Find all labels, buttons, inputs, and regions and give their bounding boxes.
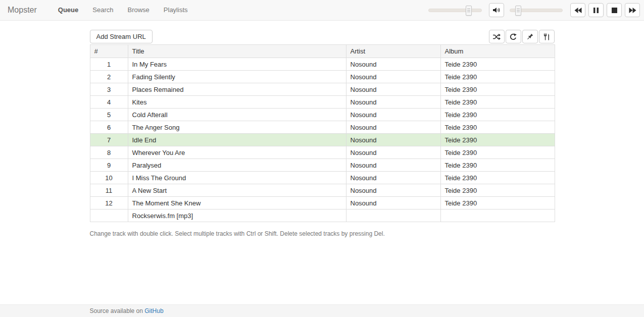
cell-album: Teide 2390 [440,197,555,209]
cell-album: Teide 2390 [440,184,555,197]
column-header-album[interactable]: Album [440,45,555,58]
seek-slider-handle[interactable] [515,6,521,16]
table-header-row: # Title Artist Album [90,45,555,58]
table-row[interactable]: 10I Miss The GroundNosoundTeide 2390 [90,172,555,184]
cell-artist: Nosound [346,96,440,109]
cell-title: Fading Silently [128,71,346,83]
table-row[interactable]: 12The Moment She KnewNosoundTeide 2390 [90,197,555,209]
volume-slider[interactable] [428,9,482,12]
volume-slider-handle[interactable] [466,6,472,16]
cell-number: 4 [90,96,128,109]
cell-number: 10 [90,172,128,184]
cell-album: Teide 2390 [440,121,555,134]
mode-buttons [489,30,555,43]
table-row[interactable]: 6The Anger SongNosoundTeide 2390 [90,121,555,134]
cell-number: 12 [90,197,128,209]
pause-icon [593,8,599,13]
cell-number: 1 [90,58,128,71]
consume-button[interactable] [539,30,555,43]
footer-text: Source available on [90,307,145,314]
cell-artist: Nosound [346,58,440,71]
cutlery-icon [543,33,550,40]
nav-item-search[interactable]: Search [85,0,120,20]
seek-slider[interactable] [510,9,563,12]
table-row[interactable]: 3Places RemainedNosoundTeide 2390 [90,83,555,96]
shuffle-icon [492,33,501,40]
nav-item-playlists[interactable]: Playlists [157,0,195,20]
cell-artist: Nosound [346,197,440,209]
cell-album [440,209,555,222]
pin-icon [526,33,533,40]
fast-forward-icon [629,8,636,13]
cell-number: 2 [90,71,128,83]
cell-title: Cold Afterall [128,109,346,121]
cell-title: Rockserwis.fm [mp3] [128,209,346,222]
cell-artist: Nosound [346,184,440,197]
table-row[interactable]: 4KitesNosoundTeide 2390 [90,96,555,109]
previous-button[interactable] [570,3,585,17]
queue-toolbar: Add Stream URL [90,30,555,43]
pin-button[interactable] [522,30,538,43]
table-row[interactable]: 11A New StartNosoundTeide 2390 [90,184,555,197]
stream-row[interactable]: Rockserwis.fm [mp3] [90,209,555,222]
cell-title: Places Remained [128,83,346,96]
playback-buttons [570,3,640,17]
app-brand[interactable]: Mopster [8,6,37,15]
shuffle-button[interactable] [489,30,505,43]
column-header-number[interactable]: # [90,45,128,58]
table-row[interactable]: 1In My FearsNosoundTeide 2390 [90,58,555,71]
cell-album: Teide 2390 [440,134,555,146]
table-row[interactable]: 7Idle EndNosoundTeide 2390 [90,134,555,146]
cell-artist: Nosound [346,146,440,159]
stop-button[interactable] [607,3,622,17]
nav-item-browse[interactable]: Browse [120,0,156,20]
cell-title: Paralysed [128,159,346,172]
cell-number [90,209,128,222]
cell-artist: Nosound [346,159,440,172]
column-header-title[interactable]: Title [128,45,346,58]
cell-title: In My Fears [128,58,346,71]
table-row[interactable]: 8Wherever You AreNosoundTeide 2390 [90,146,555,159]
column-header-artist[interactable]: Artist [346,45,440,58]
footer: Source available on GitHub [0,304,644,317]
cell-title: Kites [128,96,346,109]
navbar: Mopster Queue Search Browse Playlists [0,0,644,21]
stop-icon [612,8,617,13]
main-content: Add Stream URL [90,30,555,237]
table-row[interactable]: 9ParalysedNosoundTeide 2390 [90,159,555,172]
add-stream-url-button[interactable]: Add Stream URL [90,30,153,43]
cell-title: The Moment She Knew [128,197,346,209]
speaker-icon [492,7,501,13]
cell-number: 7 [90,134,128,146]
cell-artist: Nosound [346,71,440,83]
cell-album: Teide 2390 [440,172,555,184]
player-controls [428,3,640,17]
cell-artist: Nosound [346,121,440,134]
cell-album: Teide 2390 [440,71,555,83]
cell-number: 3 [90,83,128,96]
github-link[interactable]: GitHub [144,307,163,314]
cell-title: The Anger Song [128,121,346,134]
queue-table-body: 1In My FearsNosoundTeide 23902Fading Sil… [90,58,555,222]
table-row[interactable]: 2Fading SilentlyNosoundTeide 2390 [90,71,555,83]
mute-button[interactable] [489,3,504,17]
cell-title: A New Start [128,184,346,197]
cell-number: 8 [90,146,128,159]
cell-album: Teide 2390 [440,58,555,71]
cell-number: 5 [90,109,128,121]
table-row[interactable]: 5Cold AfterallNosoundTeide 2390 [90,109,555,121]
cell-artist: Nosound [346,172,440,184]
repeat-button[interactable] [506,30,521,43]
nav-item-queue[interactable]: Queue [51,0,85,20]
pause-button[interactable] [588,3,604,17]
cell-artist: Nosound [346,109,440,121]
rewind-icon [574,8,582,13]
cell-album: Teide 2390 [440,109,555,121]
cell-title: I Miss The Ground [128,172,346,184]
next-button[interactable] [625,3,640,17]
cell-artist [346,209,440,222]
slider-grip [517,9,520,12]
repeat-icon [510,33,517,40]
nav-links: Queue Search Browse Playlists [51,0,195,20]
cell-album: Teide 2390 [440,159,555,172]
